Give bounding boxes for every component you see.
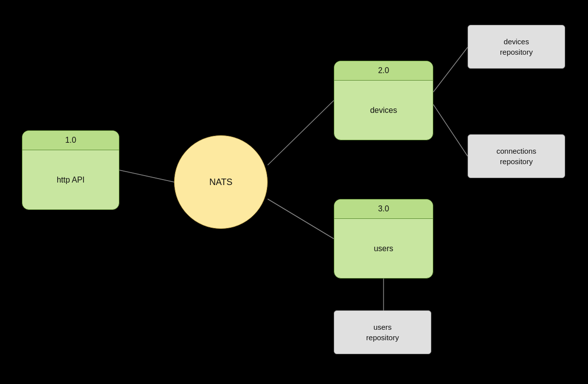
users-repository-box: users repository [334, 310, 431, 354]
diagram-container: 1.0 http API NATS 2.0 devices 3.0 users … [0, 0, 588, 384]
connections-repo-label: connections repository [496, 146, 536, 167]
devices-repository-box: devices repository [468, 25, 565, 69]
svg-line-4 [433, 104, 468, 156]
users-version: 3.0 [334, 199, 433, 219]
svg-line-0 [119, 170, 174, 182]
svg-line-3 [433, 47, 468, 92]
devices-label: devices [334, 81, 433, 140]
devices-repo-label: devices repository [500, 36, 533, 57]
nats-label: NATS [209, 177, 233, 188]
users-repo-label: users repository [366, 322, 399, 343]
users-label: users [334, 219, 433, 278]
svg-line-2 [268, 199, 334, 239]
users-service-box: 3.0 users [334, 199, 433, 279]
http-api-box: 1.0 http API [22, 130, 119, 210]
http-api-label: http API [22, 150, 119, 209]
nats-circle: NATS [174, 135, 268, 229]
http-api-version: 1.0 [22, 131, 119, 150]
svg-line-1 [268, 100, 334, 165]
devices-service-box: 2.0 devices [334, 61, 433, 140]
connections-repository-box: connections repository [468, 134, 565, 178]
devices-version: 2.0 [334, 61, 433, 81]
